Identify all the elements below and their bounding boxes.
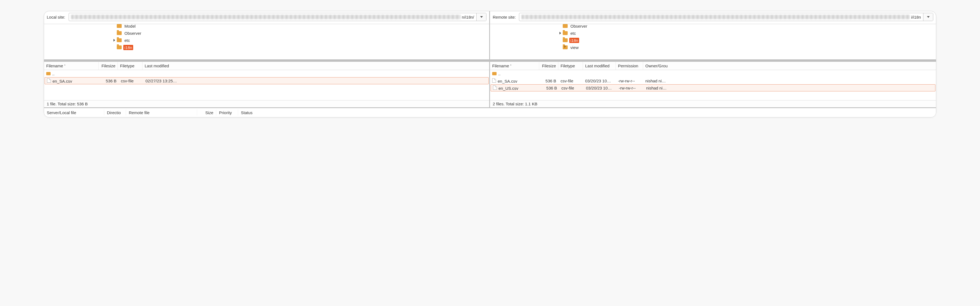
expand-icon[interactable] bbox=[558, 32, 563, 35]
file-row-parent[interactable]: .. bbox=[44, 70, 489, 77]
transfer-queue-header: Server/Local file Directio Remote file S… bbox=[44, 107, 936, 117]
col-owner[interactable]: Owner/Grou bbox=[643, 62, 673, 70]
remote-path-redacted bbox=[522, 15, 910, 19]
col-filetype[interactable]: Filetype bbox=[118, 62, 142, 70]
local-pane: Local site: n/i18n/ bbox=[44, 11, 490, 107]
remote-site-label: Remote site: bbox=[493, 15, 516, 19]
folder-icon bbox=[492, 72, 496, 75]
expand-icon[interactable] bbox=[112, 39, 117, 41]
chevron-down-icon bbox=[927, 16, 930, 18]
folder-icon bbox=[46, 72, 51, 75]
local-tree[interactable]: Model Observer etc bbox=[44, 24, 489, 59]
tree-item-i18n[interactable]: i18n bbox=[44, 44, 489, 51]
remote-file-header: Filename Filesize Filetype Last modified… bbox=[490, 62, 936, 70]
local-site-dropdown[interactable] bbox=[476, 13, 486, 21]
chevron-down-icon bbox=[480, 16, 483, 18]
col-filetype[interactable]: Filetype bbox=[558, 62, 583, 70]
remote-status: 2 files. Total size: 1.1 KB bbox=[490, 100, 936, 107]
file-row-parent[interactable]: .. bbox=[490, 70, 936, 77]
tree-item-model[interactable]: Model bbox=[44, 24, 489, 30]
local-path-redacted bbox=[71, 15, 461, 19]
folder-unknown-icon bbox=[563, 45, 568, 49]
tree-item-etc[interactable]: etc bbox=[490, 30, 936, 37]
file-icon bbox=[492, 78, 496, 83]
folder-icon bbox=[117, 24, 122, 28]
remote-path-tail: i/i18n bbox=[910, 15, 921, 19]
local-file-header: Filename Filesize Filetype Last modified bbox=[44, 62, 489, 70]
file-icon bbox=[47, 78, 51, 83]
splitter-horizontal[interactable] bbox=[44, 59, 489, 62]
qcol-size[interactable]: Size bbox=[197, 110, 216, 115]
local-site-label: Local site: bbox=[47, 15, 65, 19]
remote-pane: Remote site: i/i18n bbox=[490, 11, 936, 107]
remote-file-list[interactable]: .. en_SA.csv 536 B csv-file 03/20/23 10…… bbox=[490, 70, 936, 100]
remote-tree[interactable]: Observer etc i18n bbox=[490, 24, 936, 59]
qcol-file[interactable]: Server/Local file bbox=[44, 110, 104, 115]
file-row-en-sa[interactable]: en_SA.csv 536 B csv-file 02/27/23 13:25… bbox=[45, 77, 488, 84]
col-lastmodified[interactable]: Last modified bbox=[142, 62, 186, 70]
folder-icon bbox=[563, 31, 568, 35]
file-row-en-us[interactable]: en_US.csv 536 B csv-file 03/20/23 10… -r… bbox=[490, 84, 935, 91]
splitter-horizontal[interactable] bbox=[490, 59, 936, 62]
local-path-tail: n/i18n/ bbox=[461, 15, 474, 19]
tree-item-observer[interactable]: Observer bbox=[490, 24, 936, 30]
qcol-priority[interactable]: Priority bbox=[216, 110, 238, 115]
col-permissions[interactable]: Permission bbox=[616, 62, 643, 70]
file-icon bbox=[493, 85, 497, 90]
remote-site-dropdown[interactable] bbox=[923, 13, 933, 21]
tree-item-etc[interactable]: etc bbox=[44, 37, 489, 44]
col-filesize[interactable]: Filesize bbox=[99, 62, 118, 70]
col-lastmodified[interactable]: Last modified bbox=[583, 62, 616, 70]
folder-icon bbox=[117, 45, 122, 49]
folder-icon bbox=[563, 38, 568, 42]
qcol-status[interactable]: Status bbox=[238, 110, 936, 115]
folder-icon bbox=[117, 38, 122, 42]
remote-site-combo[interactable]: i/i18n bbox=[519, 13, 933, 21]
col-filesize[interactable]: Filesize bbox=[539, 62, 558, 70]
col-filename[interactable]: Filename bbox=[490, 62, 539, 70]
folder-icon bbox=[563, 24, 568, 28]
qcol-remote[interactable]: Remote file bbox=[126, 110, 197, 115]
tree-item-view[interactable]: view bbox=[490, 44, 936, 51]
local-site-combo[interactable]: n/i18n/ bbox=[68, 13, 487, 21]
local-status: 1 file. Total size: 536 B bbox=[44, 100, 489, 107]
qcol-direction[interactable]: Directio bbox=[104, 110, 126, 115]
local-file-list[interactable]: .. en_SA.csv 536 B csv-file 02/27/23 13:… bbox=[44, 70, 489, 100]
tree-item-i18n[interactable]: i18n bbox=[490, 37, 936, 44]
folder-icon bbox=[117, 31, 122, 35]
col-filename[interactable]: Filename bbox=[44, 62, 99, 70]
file-row-en-sa[interactable]: en_SA.csv 536 B csv-file 03/20/23 10… -r… bbox=[490, 77, 936, 84]
tree-item-observer[interactable]: Observer bbox=[44, 30, 489, 37]
